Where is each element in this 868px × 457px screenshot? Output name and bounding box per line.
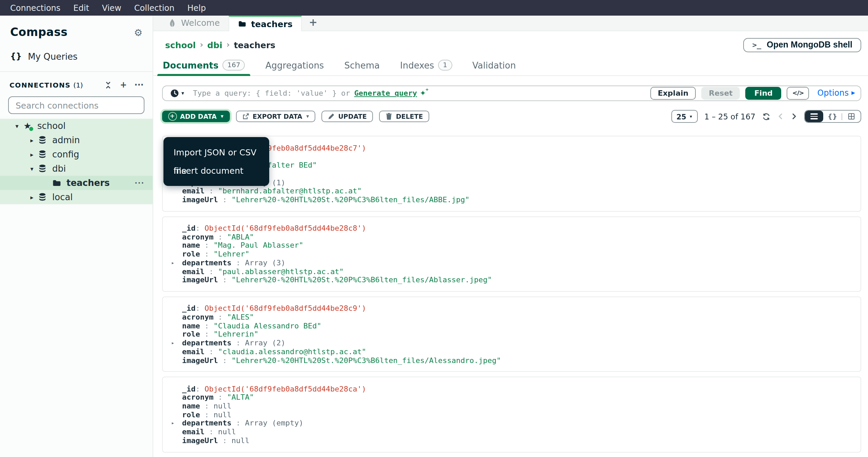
tree-item-label: admin	[52, 135, 80, 145]
generate-query-link[interactable]: Generate query	[354, 89, 417, 98]
update-button[interactable]: UPDATE	[321, 111, 373, 122]
breadcrumb-dbi[interactable]: dbi	[207, 40, 222, 50]
expand-field-icon[interactable]: ▸	[171, 420, 175, 428]
field-separator: :	[214, 393, 227, 402]
field-key: imageUrl	[182, 436, 218, 445]
search-connections-input[interactable]	[9, 100, 144, 110]
table-view-toggle[interactable]	[842, 111, 861, 122]
tab-welcome[interactable]: Welcome	[159, 16, 229, 30]
field-separator: :	[214, 233, 227, 242]
add-data-button[interactable]: + ADD DATA ▾	[162, 111, 230, 122]
sidebar-item-admin[interactable]: ▸admin	[0, 133, 153, 147]
field-key: email	[182, 267, 204, 276]
page-size-select[interactable]: 25 ▾	[671, 110, 697, 123]
field-value: "Mag. Paul Ablasser"	[214, 241, 303, 250]
options-link[interactable]: Options ▶	[817, 89, 855, 98]
caret-right-icon[interactable]: ▸	[28, 137, 36, 144]
settings-gear-icon[interactable]: ⚙	[134, 27, 142, 37]
delete-button[interactable]: DELETE	[379, 111, 429, 122]
menu-item-connections[interactable]: Connections	[10, 3, 60, 13]
sidebar-item-dbi[interactable]: ▾dbi	[0, 161, 153, 176]
export-data-button[interactable]: EXPORT DATA ▾	[236, 111, 315, 122]
caret-down-icon[interactable]: ▾	[28, 165, 36, 172]
caret-right-icon[interactable]: ▸	[28, 194, 36, 201]
field-value: "paul.ablasser@htlstp.ac.at"	[218, 267, 344, 276]
json-braces-icon: {}	[828, 113, 837, 120]
query-input-placeholder[interactable]: Type a query: { field: 'value' } or	[193, 89, 350, 98]
sidebar-item-teachers[interactable]: teachers···	[0, 176, 153, 190]
field-value: "Claudia Alessandro BEd"	[214, 322, 321, 330]
menu-item-view[interactable]: View	[102, 3, 121, 13]
collection-tab-validation[interactable]: Validation	[467, 60, 521, 75]
collection-tab-aggregations[interactable]: Aggregations	[260, 60, 330, 75]
my-queries-label: My Queries	[28, 51, 78, 61]
field-key: name	[182, 322, 200, 330]
ai-sparkle-icon: ✦+	[420, 89, 426, 98]
triangle-right-icon: ▶	[851, 91, 855, 96]
field-value: "Lehrer%20-%20HTL%20St.%20P%C3%B6lten_fi…	[232, 275, 492, 284]
field-key: imageUrl	[182, 195, 218, 204]
field-separator: :	[204, 347, 218, 356]
menu-item-collection[interactable]: Collection	[134, 3, 175, 13]
collapse-all-connections-icon[interactable]	[104, 81, 112, 89]
menu-item-import-json-or-csv-file[interactable]: Import JSON or CSV file	[163, 143, 269, 161]
document-card[interactable]: _id: ObjectId('68df9feb0a8df5dd44be28c8'…	[162, 216, 861, 292]
collection-tab-label: Documents	[163, 60, 219, 70]
sidebar: Compass ⚙ {} My Queries CONNECTIONS (1) …	[0, 16, 153, 457]
list-view-toggle[interactable]	[805, 111, 823, 122]
menu-item-insert-document[interactable]: Insert document	[163, 161, 269, 179]
field-key: departments	[182, 419, 232, 428]
expand-field-icon[interactable]: ▸	[171, 259, 175, 268]
tab-teachers[interactable]: teachers	[229, 16, 302, 31]
query-history-button[interactable]: ▾	[170, 89, 184, 98]
refresh-icon[interactable]	[762, 112, 770, 120]
field-value: Array (empty)	[245, 419, 303, 428]
field-separator: :	[232, 259, 245, 267]
json-view-toggle[interactable]: {}	[823, 111, 842, 122]
sidebar-item-config[interactable]: ▸config	[0, 147, 153, 161]
next-page-icon[interactable]	[791, 113, 797, 120]
document-card[interactable]: _id: ObjectId('68df9feb0a8df5dd44be28c9'…	[162, 297, 861, 372]
connections-more-icon[interactable]: ···	[135, 81, 143, 89]
field-value: ObjectId('68df9feb0a8df5dd44be28ca')	[204, 384, 366, 393]
collection-tab-schema[interactable]: Schema	[339, 60, 385, 75]
document-field-email: email : null	[182, 428, 861, 437]
prev-page-icon[interactable]	[777, 113, 784, 120]
menu-item-edit[interactable]: Edit	[73, 3, 89, 13]
expand-field-icon[interactable]: ▸	[171, 339, 175, 348]
collection-tab-indexes[interactable]: Indexes1	[395, 60, 457, 75]
document-field-role: role : "Lehrer"	[182, 170, 861, 179]
sidebar-item-my-queries[interactable]: {} My Queries	[0, 50, 153, 63]
breadcrumb-school[interactable]: school	[165, 40, 196, 50]
circle-plus-icon: +	[168, 112, 177, 121]
reset-button[interactable]: Reset	[701, 87, 740, 100]
field-key: _id	[182, 304, 196, 313]
tree-item-label: local	[52, 192, 73, 202]
add-connection-icon[interactable]: +	[119, 81, 127, 89]
document-field-_id: _id: ObjectId('68df9feb0a8df5dd44be28c8'…	[182, 225, 861, 233]
menu-item-help[interactable]: Help	[188, 3, 206, 13]
pagination-range: 1 – 25 of 167	[704, 112, 755, 121]
field-value: "ALTA"	[227, 393, 254, 402]
sidebar-item-local[interactable]: ▸local	[0, 190, 153, 204]
find-button[interactable]: Find	[746, 87, 782, 100]
field-value: ObjectId('68df9feb0a8df5dd44be28c9')	[204, 304, 366, 313]
caret-down-icon[interactable]: ▾	[13, 122, 21, 129]
collection-tab-documents[interactable]: Documents167	[157, 60, 251, 75]
delete-label: DELETE	[396, 113, 423, 120]
new-tab-icon[interactable]: +	[309, 18, 317, 28]
folder-icon	[52, 178, 62, 187]
caret-right-icon[interactable]: ▸	[28, 151, 36, 158]
explain-button[interactable]: Explain	[650, 87, 696, 100]
favorite-star-icon: ★	[22, 121, 33, 130]
query-code-toggle-button[interactable]: </>	[787, 87, 809, 100]
add-data-dropdown-menu: Import JSON or CSV fileInsert document	[163, 137, 269, 186]
open-mongodb-shell-button[interactable]: >_ Open MongoDB shell	[744, 38, 861, 52]
sidebar-item-school[interactable]: ▾★school	[0, 119, 153, 133]
document-card[interactable]: _id: ObjectId('68df9feb0a8df5dd44be28ca'…	[162, 377, 861, 452]
field-value: "Lehrer%20-%20HTL%20St.%20P%C3%B6lten_fi…	[232, 356, 501, 365]
item-more-icon[interactable]: ···	[135, 179, 144, 187]
connections-count: (1)	[73, 81, 83, 89]
field-key: email	[182, 427, 204, 436]
field-value: null	[214, 411, 232, 419]
